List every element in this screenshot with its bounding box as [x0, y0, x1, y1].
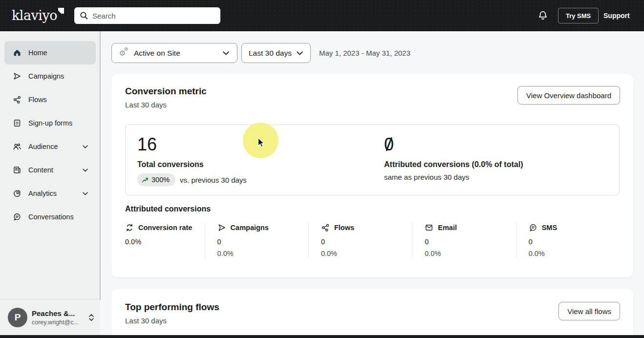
- sidebar-item-content[interactable]: Content: [4, 158, 96, 182]
- card-title: Conversion metric: [125, 86, 207, 97]
- date-range-text: May 1, 2023 - May 31, 2023: [319, 49, 410, 57]
- sidebar-item-label: Audience: [28, 143, 58, 150]
- attributed-breakdown-row: Conversion rate 0.0% Campaigns 0 0.0%: [125, 223, 620, 258]
- sidebar-item-label: Content: [28, 166, 53, 174]
- sidebar-item-home[interactable]: Home: [4, 41, 96, 64]
- view-overview-dashboard-button[interactable]: View Overview dashboard: [517, 86, 620, 105]
- conversion-metric-card: Conversion metric Last 30 days View Over…: [111, 74, 633, 277]
- account-switcher[interactable]: P Peaches &... corey.wright@c...: [0, 299, 100, 335]
- breakdown-value: 0: [217, 237, 308, 247]
- sidebar-item-label: Campaigns: [28, 72, 64, 80]
- breakdown-title: Attributed conversions: [125, 205, 211, 213]
- chevron-down-icon: [223, 51, 229, 55]
- sidebar-item-flows[interactable]: Flows: [4, 88, 96, 111]
- form-icon: [13, 119, 21, 127]
- chevron-down-icon: [297, 51, 303, 55]
- breakdown-percent: 0.0%: [217, 249, 308, 258]
- breakdown-value: 0: [425, 237, 515, 247]
- expand-chevrons-icon: [88, 314, 94, 321]
- support-link[interactable]: Support: [603, 12, 630, 20]
- breakdown-col-email: Email 0 0.0%: [412, 223, 515, 258]
- breakdown-col-campaigns: Campaigns 0 0.0%: [205, 223, 308, 258]
- change-note: vs. previous 30 days: [180, 176, 247, 184]
- breakdown-percent: 0.0%: [425, 249, 515, 258]
- view-all-flows-button[interactable]: View all flows: [558, 302, 620, 320]
- account-name: Peaches &...: [32, 309, 79, 317]
- date-dropdown-value: Last 30 days: [249, 49, 292, 58]
- send-icon: [217, 223, 226, 232]
- flow-icon: [321, 223, 330, 232]
- sidebar-item-audience[interactable]: Audience: [4, 135, 96, 158]
- conversion-summary-box: 16 Total conversions 300% vs. previous 3…: [125, 125, 620, 195]
- pie-icon: [13, 189, 21, 198]
- breakdown-value: 0: [529, 237, 620, 247]
- notifications-bell-icon[interactable]: [537, 10, 548, 21]
- logo-wordmark: klaviyo: [12, 7, 57, 24]
- try-sms-button[interactable]: Try SMS: [558, 8, 599, 23]
- metric-dropdown[interactable]: ⚙⚙ Active on Site: [111, 43, 237, 63]
- chevron-down-icon: [83, 192, 88, 195]
- main-content: ⚙⚙ Active on Site Last 30 days May 1, 20…: [100, 31, 644, 338]
- attributed-conversions-value: 0: [384, 135, 394, 154]
- filters-row: ⚙⚙ Active on Site Last 30 days May 1, 20…: [111, 43, 410, 63]
- sidebar-item-analytics[interactable]: Analytics: [4, 182, 96, 205]
- gears-icon: ⚙⚙: [119, 48, 130, 59]
- card-subtitle: Last 30 days: [125, 101, 207, 109]
- chevron-down-icon: [83, 169, 88, 172]
- search-icon: [80, 11, 88, 20]
- breakdown-value: 0.0%: [125, 237, 205, 247]
- klaviyo-flag-icon: [58, 8, 64, 14]
- sidebar-item-label: Sign-up forms: [28, 119, 72, 127]
- home-icon: [13, 48, 21, 57]
- account-email: corey.wright@c...: [32, 319, 79, 326]
- breakdown-value: 0: [321, 237, 412, 247]
- breakdown-percent: 0.0%: [321, 249, 412, 258]
- breakdown-col-conversion-rate: Conversion rate 0.0%: [125, 223, 205, 258]
- date-range-dropdown[interactable]: Last 30 days: [241, 43, 311, 63]
- klaviyo-logo[interactable]: klaviyo: [12, 7, 64, 24]
- sidebar-item-label: Home: [28, 49, 47, 57]
- sidebar: Home Campaigns Flows Sign-up for: [0, 31, 100, 338]
- topbar: klaviyo Try SMS Support: [0, 0, 644, 31]
- breakdown-col-flows: Flows 0 0.0%: [308, 223, 412, 258]
- sidebar-item-conversations[interactable]: Conversations: [4, 205, 96, 229]
- sidebar-item-label: Conversations: [28, 213, 74, 221]
- attributed-conversions-label: Attributed conversions (0.0% of total): [384, 160, 619, 169]
- content-icon: [13, 166, 21, 174]
- total-conversions-value: 16: [137, 135, 384, 154]
- card-title: Top performing flows: [125, 302, 219, 313]
- search-input[interactable]: [74, 7, 220, 24]
- sync-icon: [125, 223, 134, 232]
- users-icon: [13, 142, 21, 151]
- sms-icon: [529, 223, 537, 232]
- sidebar-divider: [100, 31, 101, 300]
- sidebar-item-campaigns[interactable]: Campaigns: [4, 64, 96, 88]
- trend-up-icon: [142, 177, 149, 183]
- breakdown-col-sms: SMS 0 0.0%: [516, 223, 620, 258]
- global-search: [74, 7, 220, 24]
- change-badge: 300%: [137, 173, 175, 186]
- send-icon: [13, 72, 21, 81]
- chat-icon: [13, 212, 21, 221]
- sidebar-item-signup-forms[interactable]: Sign-up forms: [4, 111, 96, 135]
- metric-dropdown-value: Active on Site: [134, 49, 180, 58]
- sidebar-item-label: Flows: [28, 96, 47, 104]
- top-performing-flows-card: Top performing flows Last 30 days View a…: [111, 289, 633, 338]
- email-icon: [425, 223, 433, 232]
- chevron-down-icon: [83, 145, 88, 148]
- sidebar-item-label: Analytics: [28, 190, 57, 197]
- card-subtitle: Last 30 days: [125, 317, 219, 325]
- flow-icon: [13, 95, 21, 104]
- bottom-frame-strip: [0, 335, 644, 338]
- breakdown-percent: 0.0%: [529, 249, 620, 258]
- change-value: 300%: [151, 176, 170, 184]
- avatar: P: [8, 308, 27, 327]
- total-conversions-label: Total conversions: [137, 160, 384, 169]
- attributed-conversions-note: same as previous 30 days: [384, 173, 619, 181]
